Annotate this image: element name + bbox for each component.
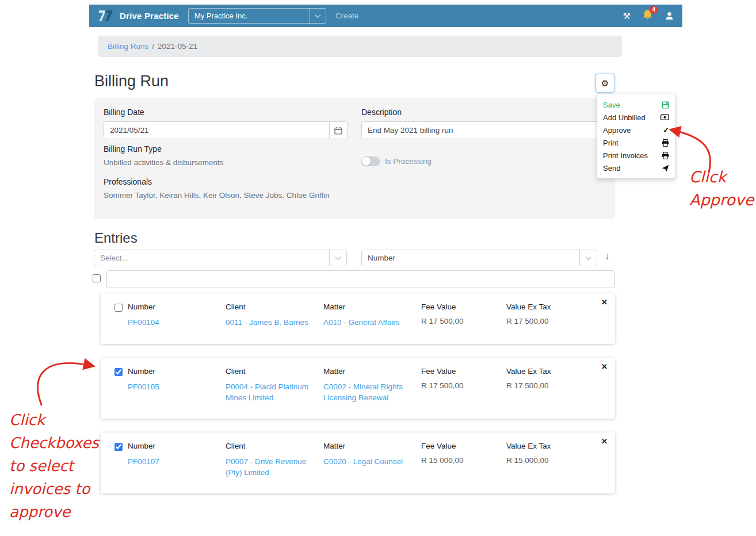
entry-number-link[interactable]: PF00105 <box>128 381 214 392</box>
entry-matter-link[interactable]: A010 - General Affairs <box>323 317 415 328</box>
is-processing-label: Is Processing <box>385 157 432 166</box>
entry-matter-link[interactable]: C0020 - Legal Counsel <box>323 456 415 467</box>
menu-item-print[interactable]: Print <box>597 136 675 149</box>
chevron-down-icon <box>586 254 591 260</box>
close-button[interactable]: ✕ <box>601 437 608 446</box>
close-button[interactable]: ✕ <box>601 298 608 307</box>
billing-run-type-label: Billing Run Type <box>104 144 162 154</box>
annotation-line: invoices to <box>9 477 99 500</box>
create-menu-link[interactable]: Create <box>335 12 359 20</box>
entry-checkbox[interactable] <box>114 368 123 376</box>
menu-item-label: Print Invoices <box>603 151 648 160</box>
entry-client-link[interactable]: P0004 - Placid Platinum Mines Limited <box>226 381 316 403</box>
menu-item-save[interactable]: Save <box>597 98 675 111</box>
page: Drive Practice My Practice Inc. Create ⚒… <box>0 0 756 536</box>
close-icon: ✕ <box>601 362 608 371</box>
check-icon: ✓ <box>663 126 669 135</box>
column-label-fee-value: Fee Value <box>421 303 502 311</box>
app-logo-icon <box>97 9 114 23</box>
save-icon <box>662 101 669 109</box>
sort-select-toggle[interactable] <box>579 250 597 266</box>
professionals-label: Professionals <box>104 177 152 186</box>
menu-item-add-unbilled[interactable]: Add Unbilled <box>597 111 675 124</box>
menu-item-print-invoices[interactable]: Print Invoices <box>597 149 675 162</box>
column-label-fee-value: Fee Value <box>421 367 502 376</box>
column-label-matter: Matter <box>323 303 415 311</box>
printer-icon <box>662 139 669 147</box>
tools-icon[interactable]: ⚒ <box>623 12 631 20</box>
menu-item-label: Send <box>603 164 620 173</box>
entries-filter-select[interactable]: Select... <box>94 250 347 266</box>
breadcrumb: Billing Runs / 2021-05-21 <box>98 36 622 57</box>
navbar-right: ⚒ 4 <box>623 9 674 22</box>
user-profile-button[interactable] <box>665 11 674 21</box>
is-processing-toggle[interactable]: Is Processing <box>361 156 432 166</box>
gear-icon: ⚙ <box>601 78 609 89</box>
checkbox-arrow-annotation <box>38 363 92 405</box>
billing-date-input-group <box>104 121 348 139</box>
billing-run-type-value: Unbilled activities & disbursements <box>104 158 224 167</box>
annotation-line: Approve <box>689 189 754 212</box>
menu-item-label: Save <box>603 101 620 109</box>
entry-tax-value: R 17 500,00 <box>506 381 549 390</box>
entry-matter-link[interactable]: C0002 - Mineral Rights Licensing Renewal <box>323 381 415 403</box>
column-label-value-ex-tax: Value Ex Tax <box>506 442 593 450</box>
select-all-checkbox[interactable] <box>93 274 101 282</box>
close-button[interactable]: ✕ <box>601 362 608 371</box>
page-title: Billing Run <box>94 72 169 90</box>
menu-item-send[interactable]: Send <box>597 162 675 174</box>
column-label-fee-value: Fee Value <box>421 442 502 450</box>
breadcrumb-separator: / <box>152 42 154 51</box>
menu-item-label: Print <box>603 139 618 147</box>
column-label-client: Client <box>226 442 316 450</box>
practice-selector[interactable]: My Practice Inc. <box>188 8 326 24</box>
send-icon <box>662 164 669 172</box>
entry-number-link[interactable]: PF00104 <box>128 317 214 328</box>
column-label-client: Client <box>226 367 316 376</box>
billing-date-label: Billing Date <box>104 108 144 117</box>
approve-note-annotation: Click Approve <box>689 166 754 212</box>
entry-client-link[interactable]: 0011 - James B. Barnes <box>226 317 316 328</box>
checkbox-note-annotation: Click Checkboxes to select invoices to a… <box>9 408 99 523</box>
entry-number-link[interactable]: PF00107 <box>128 456 214 467</box>
sort-direction-button[interactable]: ↓ <box>605 251 610 261</box>
entry-fee-value: R 17 500,00 <box>421 381 464 390</box>
entries-title: Entries <box>94 230 138 246</box>
navbar: Drive Practice My Practice Inc. Create ⚒… <box>89 5 682 27</box>
annotation-line: Checkboxes <box>9 431 99 454</box>
settings-gear-button[interactable]: ⚙ <box>595 74 614 93</box>
entry-client-link[interactable]: P0007 - Drive Revenue (Pty) Limited <box>226 456 316 478</box>
menu-item-approve[interactable]: Approve ✓ <box>597 124 675 136</box>
menu-item-label: Approve <box>603 126 631 135</box>
column-label-number: Number <box>128 367 214 376</box>
description-label: Description <box>361 108 402 117</box>
practice-selector-toggle[interactable] <box>310 9 326 23</box>
banknote-icon <box>660 114 669 120</box>
entries-sort-select[interactable]: Number <box>361 250 597 266</box>
notifications-button[interactable]: 4 <box>642 9 653 22</box>
column-label-matter: Matter <box>323 442 415 450</box>
filter-select-placeholder: Select... <box>94 254 329 262</box>
entry-tax-value: R 15 000,00 <box>506 456 549 465</box>
description-input-group <box>361 121 615 139</box>
column-label-value-ex-tax: Value Ex Tax <box>506 367 593 376</box>
breadcrumb-current: 2021-05-21 <box>158 42 197 51</box>
filter-select-toggle[interactable] <box>329 250 346 266</box>
entry-tax-value: R 17 500,00 <box>506 317 549 326</box>
user-icon <box>665 11 674 21</box>
column-label-number: Number <box>128 303 214 311</box>
description-input[interactable] <box>362 122 614 139</box>
annotation-line: Click <box>9 408 99 431</box>
entry-checkbox[interactable] <box>114 304 123 312</box>
close-icon: ✕ <box>601 298 608 307</box>
annotation-line: approve <box>9 500 99 523</box>
actions-menu: Save Add Unbilled Approve ✓ <box>597 94 675 179</box>
chevron-down-icon <box>335 254 341 260</box>
entry-card: ✕ Number PF00105 Client P0004 - Placid P… <box>101 358 615 419</box>
entry-checkbox[interactable] <box>114 443 123 451</box>
breadcrumb-link-billing-runs[interactable]: Billing Runs <box>108 42 148 51</box>
column-label-client: Client <box>226 303 316 311</box>
billing-date-input[interactable] <box>104 122 329 139</box>
calendar-button[interactable] <box>329 122 347 139</box>
entries-search-input[interactable] <box>106 270 615 288</box>
